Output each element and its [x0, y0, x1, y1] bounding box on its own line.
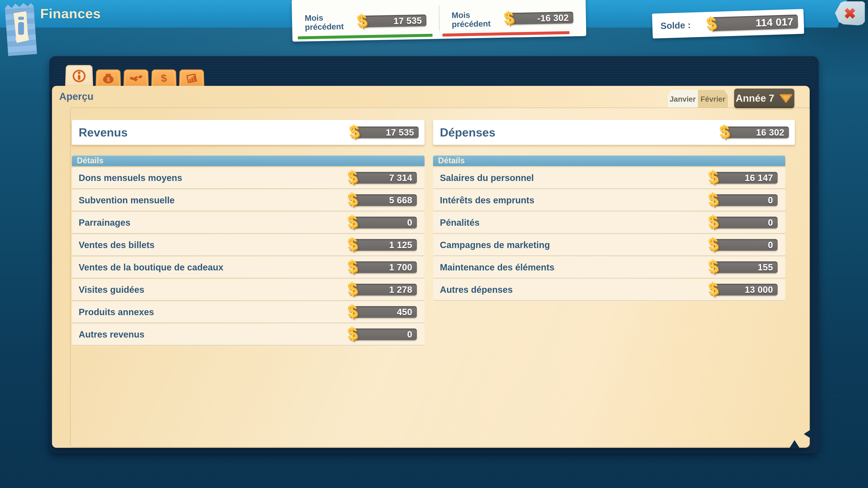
revenues-header: Revenus $ 17 535	[72, 120, 425, 145]
amount-pill: $ 17 535	[354, 127, 418, 138]
amount-pill: $1 700	[352, 261, 417, 273]
row-value: 155	[758, 262, 773, 272]
row-label: Ventes de la boutique de cadeaux	[79, 262, 223, 272]
row-value: 5 668	[389, 195, 412, 205]
dollar-icon: $	[347, 168, 358, 186]
revenues-column: Revenus $ 17 535 Détails Dons mensuels m…	[72, 120, 425, 346]
table-row: Intérêts des emprunts$0	[433, 190, 785, 211]
table-row: Produits annexes$450	[72, 301, 425, 323]
chevron-down-icon	[779, 93, 793, 103]
amount-pill: $1 278	[352, 284, 417, 295]
finances-receipt-icon	[4, 2, 37, 56]
row-value: 0	[768, 218, 773, 228]
finances-screen: Finances Mois précédent $ 17 535 Mois pr…	[0, 0, 868, 488]
amount-pill: $0	[352, 328, 417, 340]
row-label: Ventes des billets	[79, 240, 155, 250]
expenses-rows: Salaires du personnel$16 147Intérêts des…	[433, 167, 785, 300]
row-label: Produits annexes	[79, 307, 154, 317]
amount-pill: $0	[352, 217, 417, 228]
revenues-total: 17 535	[386, 127, 414, 138]
balance-label: Solde :	[660, 20, 691, 31]
info-icon	[72, 69, 86, 83]
row-value: 0	[407, 329, 412, 339]
month-tab-janvier[interactable]: Janvier	[668, 90, 698, 107]
tab-loans[interactable]	[123, 70, 149, 88]
close-button[interactable]	[835, 1, 865, 25]
table-row: Campagnes de marketing$0	[433, 234, 785, 256]
tab-overview[interactable]	[65, 65, 93, 88]
amount-pill: $5 668	[352, 194, 417, 206]
handshake-icon	[129, 72, 143, 85]
bar-chart-icon	[185, 72, 198, 85]
row-label: Visites guidées	[79, 285, 145, 295]
row-value: 1 700	[389, 262, 412, 272]
table-row: Ventes des billets$1 125	[72, 234, 425, 256]
dollar-icon: $	[708, 257, 719, 275]
dollar-icon: $	[347, 280, 358, 298]
row-label: Dons mensuels moyens	[79, 173, 182, 183]
resize-handle[interactable]	[789, 440, 800, 448]
row-label: Intérêts des emprunts	[440, 195, 534, 205]
resize-handle[interactable]	[804, 429, 812, 439]
dollar-icon: $	[157, 72, 170, 85]
previous-month-expense: Mois précédent $ -16 302	[438, 0, 586, 39]
revenues-details-header: Détails	[72, 155, 425, 166]
row-value: 13 000	[745, 285, 773, 295]
dollar-icon: $	[347, 235, 358, 253]
previous-month-summary: Mois précédent $ 17 535 Mois précédent $…	[291, 0, 586, 41]
dollar-icon: $	[503, 9, 515, 27]
table-row: Dons mensuels moyens$7 314	[72, 167, 425, 188]
dollar-icon: $	[347, 302, 358, 320]
tab-income[interactable]: $	[96, 70, 121, 88]
dollar-icon: $	[708, 190, 719, 208]
table-row: Parrainages$0	[72, 212, 425, 233]
row-value: 7 314	[389, 173, 412, 183]
tab-pricing[interactable]: $	[151, 70, 177, 88]
balance-value: 114 017	[755, 15, 794, 29]
amount-pill: $450	[352, 306, 417, 318]
revenues-rows: Dons mensuels moyens$7 314Subvention men…	[72, 167, 425, 345]
expenses-details-header: Détails	[433, 155, 785, 166]
amount-pill: $1 125	[352, 239, 417, 251]
dollar-icon: $	[347, 190, 358, 208]
income-indicator-bar	[298, 34, 432, 39]
amount-pill: $155	[713, 261, 778, 273]
expense-indicator-bar	[442, 31, 569, 37]
expenses-column: Dépenses $ 16 302 Détails Salaires du pe…	[433, 120, 785, 301]
row-value: 450	[397, 307, 412, 317]
tab-charts[interactable]	[179, 70, 204, 88]
row-label: Salaires du personnel	[440, 173, 534, 183]
month-tab-fevrier[interactable]: Février	[698, 90, 728, 107]
amount-pill: $16 147	[713, 172, 778, 184]
amount-pill: $0	[713, 239, 778, 251]
row-value: 0	[768, 240, 773, 250]
amount-pill: $13 000	[713, 284, 778, 295]
previous-month-income-label: Mois précédent	[305, 13, 356, 31]
dollar-icon: $	[708, 213, 719, 231]
close-x-icon	[841, 4, 859, 22]
revenues-title: Revenus	[79, 126, 128, 139]
dollar-icon: $	[356, 11, 368, 30]
amount-pill: $0	[713, 217, 778, 228]
dollar-icon: $	[347, 257, 358, 275]
table-row: Ventes de la boutique de cadeaux$1 700	[72, 257, 425, 278]
amount-pill: $ -16 302	[509, 12, 574, 25]
row-value: 0	[768, 195, 773, 205]
row-label: Subvention mensuelle	[79, 195, 175, 205]
year-dropdown[interactable]: Année 7	[734, 89, 794, 108]
dollar-icon: $	[347, 324, 358, 343]
expenses-total: 16 302	[756, 127, 784, 138]
balance-box: Solde : $ 114 017	[652, 9, 804, 39]
row-value: 1 278	[389, 285, 412, 295]
amount-pill: $0	[713, 194, 778, 206]
row-value: 16 147	[745, 173, 773, 183]
year-dropdown-label: Année 7	[736, 93, 774, 104]
table-row: Autres revenus$0	[72, 324, 425, 345]
table-row: Salaires du personnel$16 147	[433, 167, 785, 188]
row-label: Parrainages	[79, 218, 130, 228]
previous-month-income-value: 17 535	[393, 15, 422, 26]
row-label: Autres dépenses	[440, 285, 513, 295]
expenses-header: Dépenses $ 16 302	[433, 120, 795, 145]
page-title: Finances	[40, 6, 101, 22]
dollar-icon: $	[347, 213, 358, 231]
